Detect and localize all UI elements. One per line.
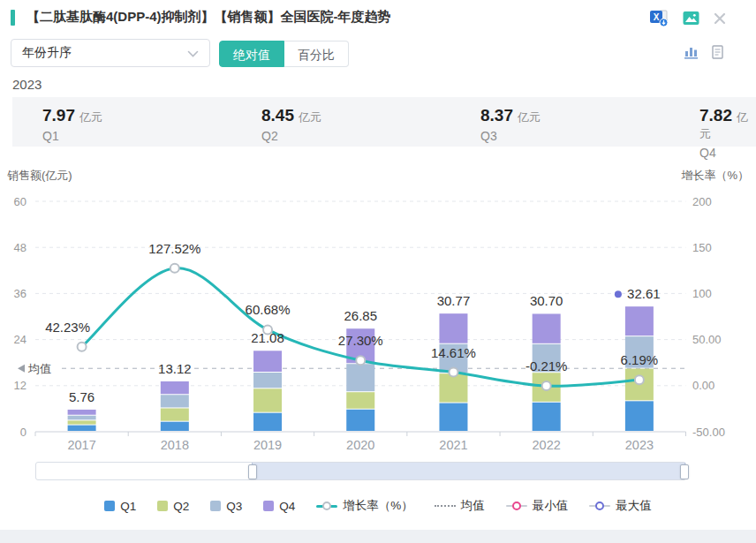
bar-segment-q1-2019[interactable] xyxy=(253,413,282,431)
summary-year: 2023 xyxy=(12,77,42,92)
svg-text:200: 200 xyxy=(692,195,712,208)
legend-swatch-q1-icon xyxy=(104,501,115,511)
bar-segment-q3-2017[interactable] xyxy=(68,416,96,420)
datazoom-selected-range[interactable] xyxy=(252,463,685,479)
absolute-value-button[interactable]: 绝对值 xyxy=(219,41,284,67)
summary-strip: 7.97亿元 Q1 8.45亿元 Q2 8.37亿元 Q3 7.82亿元 Q4 xyxy=(12,97,756,147)
chart-view-icon[interactable] xyxy=(684,45,699,59)
svg-text:27.30%: 27.30% xyxy=(338,333,383,348)
image-export-icon[interactable] xyxy=(683,11,699,26)
svg-text:42.23%: 42.23% xyxy=(45,320,90,335)
bar-segment-q3-2018[interactable] xyxy=(161,395,189,407)
excel-export-icon[interactable]: X xyxy=(649,9,669,27)
svg-text:-0.21%: -0.21% xyxy=(525,358,568,373)
bar-segment-q1-2018[interactable] xyxy=(161,422,189,431)
header-toolbar: X xyxy=(649,9,726,27)
legend-swatch-q3-icon xyxy=(210,501,221,511)
max-value-dot-icon xyxy=(615,290,622,298)
bar-segment-q1-2017[interactable] xyxy=(68,426,96,431)
summary-stat-q3: 8.37亿元 Q3 xyxy=(480,106,541,143)
svg-text:2017: 2017 xyxy=(67,438,95,452)
report-view-icon[interactable] xyxy=(711,45,724,59)
bar-segment-q1-2021[interactable] xyxy=(439,403,467,431)
svg-text:X: X xyxy=(654,12,660,22)
bar-segment-q4-2019[interactable] xyxy=(253,351,282,372)
legend-swatch-q4-icon xyxy=(263,501,274,511)
legend-item-q3[interactable]: Q3 xyxy=(210,500,242,513)
bar-segment-q4-2017[interactable] xyxy=(68,410,96,415)
svg-text:0.00: 0.00 xyxy=(692,379,714,392)
legend-item-q2[interactable]: Q2 xyxy=(157,500,189,513)
svg-text:36: 36 xyxy=(14,287,26,300)
bar-segment-q1-2023[interactable] xyxy=(625,401,654,431)
trend-chart-canvas[interactable]: 销售额(亿元)增长率（%）01224364860-50.000.0050.001… xyxy=(0,159,756,457)
svg-text:均值: 均值 xyxy=(27,362,51,375)
bar-segment-q4-2022[interactable] xyxy=(533,313,561,343)
bar-segment-q3-2019[interactable] xyxy=(253,373,282,388)
bar-segment-q4-2018[interactable] xyxy=(161,381,189,394)
bar-segment-q1-2022[interactable] xyxy=(533,403,561,431)
growth-point-2017[interactable] xyxy=(78,343,87,351)
svg-text:30.70: 30.70 xyxy=(530,293,563,308)
bar-segment-q2-2018[interactable] xyxy=(161,408,189,420)
legend-line-marker-icon xyxy=(316,505,337,508)
legend-min-marker-icon xyxy=(506,505,527,507)
svg-text:150: 150 xyxy=(692,241,712,254)
svg-text:127.52%: 127.52% xyxy=(148,241,200,256)
growth-point-2021[interactable] xyxy=(449,368,457,377)
legend-item-q4[interactable]: Q4 xyxy=(263,500,295,513)
svg-text:2018: 2018 xyxy=(161,438,189,452)
legend-dotted-line-icon xyxy=(435,505,456,507)
bar-segment-q4-2021[interactable] xyxy=(439,313,467,343)
svg-text:14.61%: 14.61% xyxy=(431,345,476,360)
svg-text:32.61: 32.61 xyxy=(627,286,661,301)
summary-stat-q2: 8.45亿元 Q2 xyxy=(261,106,321,143)
close-icon[interactable] xyxy=(714,12,726,25)
svg-text:0: 0 xyxy=(20,426,26,439)
bar-segment-q4-2023[interactable] xyxy=(625,306,654,336)
summary-stat-q4: 7.82亿元 Q4 xyxy=(699,106,756,160)
svg-text:2021: 2021 xyxy=(439,438,467,452)
svg-text:-50.00: -50.00 xyxy=(692,426,725,439)
chevron-down-icon xyxy=(187,46,199,60)
chart-legend: Q1 Q2 Q3 Q4 增长率（%） 均值 最小值 最大值 xyxy=(0,498,756,514)
svg-text:50.00: 50.00 xyxy=(692,333,722,346)
datazoom-slider[interactable] xyxy=(35,462,686,480)
datazoom-left-handle[interactable] xyxy=(248,464,257,479)
bar-segment-q1-2020[interactable] xyxy=(346,410,374,431)
svg-text:100: 100 xyxy=(692,287,712,300)
bar-segment-q2-2017[interactable] xyxy=(68,420,96,424)
growth-point-2018[interactable] xyxy=(170,264,179,273)
legend-item-min[interactable]: 最小值 xyxy=(506,498,569,514)
growth-point-2020[interactable] xyxy=(356,356,365,365)
legend-item-q1[interactable]: Q1 xyxy=(104,500,136,513)
svg-text:2019: 2019 xyxy=(253,438,282,452)
bar-segment-q2-2021[interactable] xyxy=(439,373,467,402)
growth-point-2023[interactable] xyxy=(635,375,644,384)
svg-text:30.77: 30.77 xyxy=(437,293,471,308)
svg-text:26.85: 26.85 xyxy=(344,308,377,323)
x-axis-labels: 2017201820192020202120222023 xyxy=(67,438,654,452)
sort-order-value: 年份升序 xyxy=(22,45,72,61)
datazoom-right-handle[interactable] xyxy=(680,464,689,479)
percentage-button[interactable]: 百分比 xyxy=(284,41,349,67)
svg-text:13.12: 13.12 xyxy=(158,361,192,376)
svg-text:60: 60 xyxy=(14,195,26,208)
bar-segment-q3-2020[interactable] xyxy=(346,364,374,391)
legend-max-marker-icon xyxy=(589,505,610,507)
summary-stat-q1: 7.97亿元 Q1 xyxy=(42,106,102,143)
legend-item-mean[interactable]: 均值 xyxy=(435,498,485,514)
right-axis-title: 增长率（%） xyxy=(680,169,749,182)
legend-item-max[interactable]: 最大值 xyxy=(589,498,652,514)
legend-item-growth-rate[interactable]: 增长率（%） xyxy=(316,498,413,514)
left-axis-title: 销售额(亿元) xyxy=(7,169,72,182)
svg-text:60.68%: 60.68% xyxy=(246,302,291,317)
svg-text:48: 48 xyxy=(14,241,26,254)
footer-strip xyxy=(0,530,756,543)
bar-segment-q2-2019[interactable] xyxy=(253,388,282,411)
bar-segment-q2-2020[interactable] xyxy=(346,392,374,409)
value-mode-toggle: 绝对值 百分比 xyxy=(219,41,349,67)
sort-order-select[interactable]: 年份升序 xyxy=(11,39,210,67)
growth-point-2022[interactable] xyxy=(542,381,551,390)
legend-swatch-q2-icon xyxy=(157,501,168,511)
